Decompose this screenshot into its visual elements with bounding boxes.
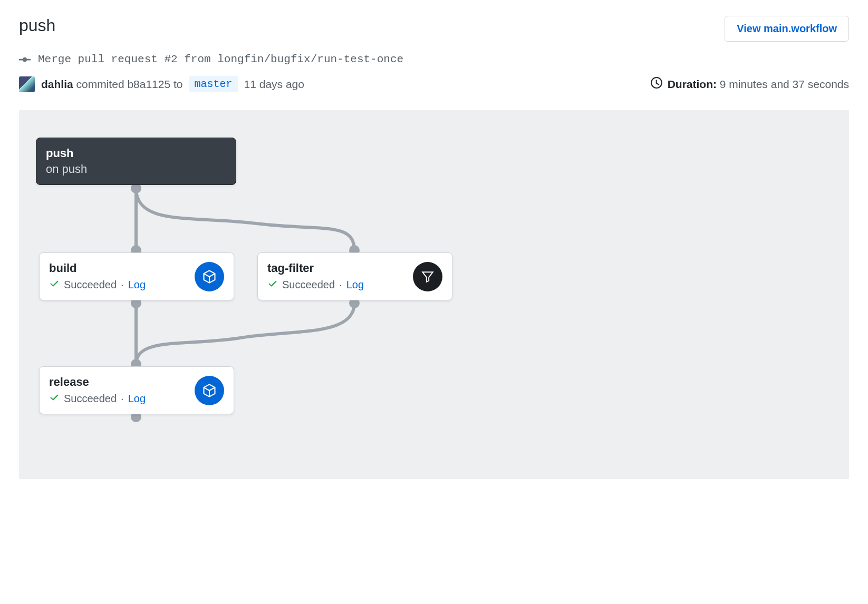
duration-label: Duration: [668, 78, 717, 90]
avatar[interactable] [19, 76, 35, 92]
branch-pill[interactable]: master [189, 76, 238, 92]
duration-value: 9 minutes and 37 seconds [720, 78, 849, 90]
workflow-canvas[interactable]: push on push build Succeeded · Log tag-f… [19, 110, 849, 479]
status-text: Succeeded [282, 279, 335, 291]
action-node-build[interactable]: build Succeeded · Log [39, 252, 234, 300]
log-link[interactable]: Log [128, 393, 146, 405]
action-node-release[interactable]: release Succeeded · Log [39, 366, 234, 414]
page-title: push [19, 16, 55, 35]
commited-word: commited [76, 78, 124, 90]
workflow-trigger-node[interactable]: push on push [36, 138, 236, 185]
check-icon [49, 278, 60, 291]
trigger-subtitle: on push [46, 162, 226, 176]
log-link[interactable]: Log [128, 279, 146, 291]
status-text: Succeeded [64, 279, 117, 291]
status-text: Succeeded [64, 393, 117, 405]
commit-icon [19, 54, 31, 65]
to-word: to [173, 78, 183, 90]
view-workflow-button[interactable]: View main.workflow [725, 16, 849, 42]
commit-message: Merge pull request #2 from longfin/bugfi… [38, 53, 403, 65]
action-title: build [49, 261, 188, 275]
check-icon [267, 278, 278, 291]
clock-icon [651, 77, 662, 91]
commit-sha[interactable]: b8a1125 [127, 78, 170, 90]
cube-icon [195, 376, 224, 405]
filter-icon [413, 262, 442, 291]
action-title: release [49, 375, 188, 389]
cube-icon [195, 262, 224, 291]
trigger-title: push [46, 147, 226, 160]
check-icon [49, 392, 60, 405]
log-link[interactable]: Log [346, 279, 364, 291]
author-link[interactable]: dahlia [41, 78, 73, 90]
commit-time: 11 days ago [244, 78, 304, 91]
action-node-tag-filter[interactable]: tag-filter Succeeded · Log [257, 252, 452, 300]
action-title: tag-filter [267, 261, 407, 275]
